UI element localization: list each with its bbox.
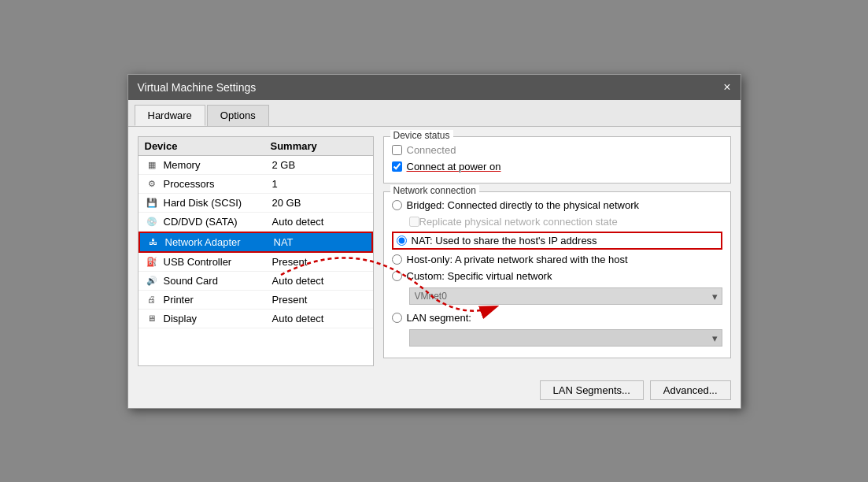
lan-segment-select-wrapper [409, 329, 722, 347]
bridged-row: Bridged: Connected directly to the physi… [392, 197, 722, 213]
device-panel: Device Summary ▦ Memory 2 GB ⚙ Processor… [138, 136, 374, 366]
device-summary: Auto detect [272, 275, 367, 287]
device-name: Sound Card [164, 275, 272, 287]
custom-row: Custom: Specific virtual network [392, 268, 722, 284]
main-content: Device Summary ▦ Memory 2 GB ⚙ Processor… [128, 127, 741, 376]
lan-segment-select[interactable] [409, 329, 722, 347]
vmnet-select[interactable]: VMnet0 [409, 287, 722, 305]
nat-label: NAT: Used to share the host's IP address [412, 235, 597, 247]
device-name: Hard Disk (SCSI) [164, 197, 272, 209]
display-icon: 🖥 [145, 313, 159, 324]
lan-segment-radio[interactable] [392, 313, 402, 323]
tab-hardware[interactable]: Hardware [135, 105, 205, 126]
custom-label: Custom: Specific virtual network [407, 270, 552, 282]
dvd-icon: 💿 [145, 216, 159, 227]
connected-row: Connected [392, 142, 722, 158]
table-row[interactable]: ⚙ Processors 1 [139, 175, 373, 194]
replicate-checkbox [409, 217, 419, 227]
table-row[interactable]: ▦ Memory 2 GB [139, 156, 373, 175]
device-summary: Auto detect [272, 313, 367, 324]
lan-segments-button[interactable]: LAN Segments... [540, 380, 644, 400]
bridged-radio[interactable] [392, 200, 402, 210]
nat-row: NAT: Used to share the host's IP address [392, 232, 722, 250]
hostonly-radio[interactable] [392, 254, 402, 265]
table-row[interactable]: ⛽ USB Controller Present [139, 253, 373, 272]
nat-radio[interactable] [397, 235, 407, 246]
device-name: Printer [164, 294, 272, 306]
memory-icon: ▦ [145, 159, 159, 170]
col-summary-header: Summary [271, 140, 367, 152]
network-adapter-row[interactable]: 🖧 Network Adapter NAT [139, 232, 373, 253]
device-summary: 1 [272, 178, 367, 190]
close-button[interactable]: × [723, 81, 730, 94]
table-row[interactable]: 💿 CD/DVD (SATA) Auto detect [139, 213, 373, 232]
device-summary: Auto detect [272, 216, 367, 228]
connect-power-on-checkbox[interactable] [392, 161, 402, 172]
hdd-icon: 💾 [145, 197, 159, 208]
table-row[interactable]: 💾 Hard Disk (SCSI) 20 GB [139, 194, 373, 213]
table-row[interactable]: 🔊 Sound Card Auto detect [139, 272, 373, 291]
device-name: Display [164, 313, 272, 324]
device-name: Network Adapter [165, 236, 274, 248]
device-summary: 2 GB [272, 159, 367, 171]
settings-panel: Device status Connected Connect at power… [383, 136, 731, 366]
sound-icon: 🔊 [145, 275, 159, 286]
device-summary: 20 GB [272, 197, 367, 209]
connected-checkbox[interactable] [392, 145, 402, 155]
table-header: Device Summary [139, 137, 373, 156]
device-status-label: Device status [390, 130, 453, 141]
device-summary: NAT [274, 236, 365, 248]
network-connection-label: Network connection [390, 185, 479, 196]
bridged-label: Bridged: Connected directly to the physi… [407, 199, 640, 211]
device-summary: Present [272, 294, 367, 306]
network-icon: 🖧 [146, 236, 161, 247]
device-name: USB Controller [164, 256, 272, 268]
tab-options[interactable]: Options [207, 105, 269, 126]
connect-power-on-row: Connect at power on [392, 158, 722, 175]
device-status-group: Device status Connected Connect at power… [383, 136, 731, 184]
usb-icon: ⛽ [145, 256, 159, 267]
device-name: CD/DVD (SATA) [164, 216, 272, 228]
table-row[interactable]: 🖥 Display Auto detect [139, 310, 373, 328]
footer-buttons: LAN Segments... Advanced... [128, 376, 741, 408]
connected-text: Connected [407, 144, 456, 156]
advanced-button[interactable]: Advanced... [650, 380, 731, 400]
replicate-row: Replicate physical network connection st… [409, 213, 722, 230]
connect-power-on-text: Connect at power on [407, 161, 501, 172]
hostonly-label: Host-only: A private network shared with… [407, 254, 628, 265]
replicate-label: Replicate physical network connection st… [419, 216, 618, 228]
cpu-icon: ⚙ [145, 178, 159, 189]
hostonly-row: Host-only: A private network shared with… [392, 251, 722, 268]
device-name: Processors [164, 178, 272, 190]
title-bar: Virtual Machine Settings × [128, 75, 741, 100]
vmnet-select-wrapper: VMnet0 [409, 287, 722, 305]
lan-segment-label: LAN segment: [407, 312, 471, 324]
lan-segment-row: LAN segment: [392, 310, 722, 326]
dialog-title: Virtual Machine Settings [138, 81, 257, 94]
custom-radio[interactable] [392, 271, 402, 281]
col-device-header: Device [145, 140, 271, 152]
tab-bar: Hardware Options [128, 100, 741, 127]
printer-icon: 🖨 [145, 294, 159, 305]
network-connection-group: Network connection Bridged: Connected di… [383, 191, 731, 358]
table-row[interactable]: 🖨 Printer Present [139, 291, 373, 310]
device-summary: Present [272, 256, 367, 268]
device-name: Memory [164, 159, 272, 171]
